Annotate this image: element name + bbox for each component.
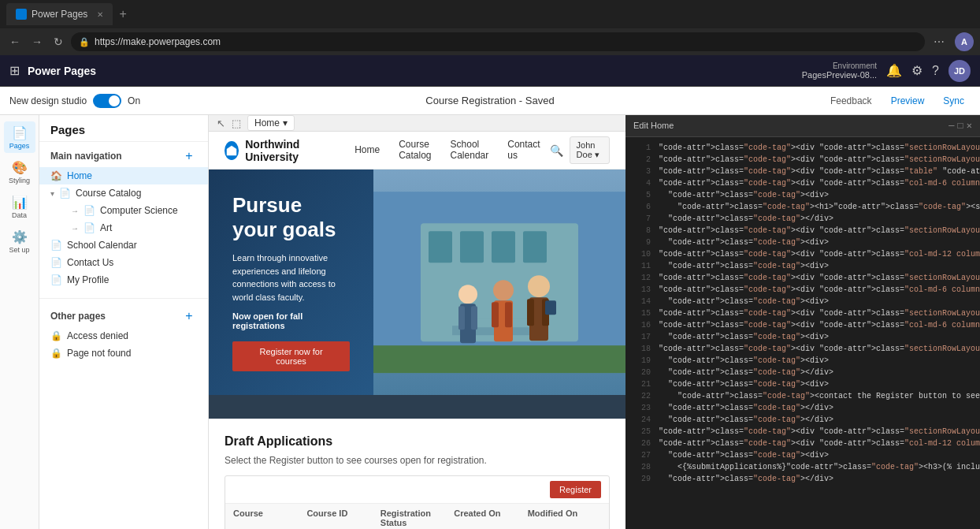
design-studio-toggle[interactable] bbox=[93, 94, 121, 108]
cs-arrow: → bbox=[71, 207, 79, 215]
extensions-button[interactable]: ⋯ bbox=[930, 32, 948, 51]
cursor-tool-icon[interactable]: ↖ bbox=[217, 117, 225, 129]
svg-rect-11 bbox=[458, 306, 465, 330]
code-line: 6 "code-attr">class="code-tag"><h1>"code… bbox=[625, 201, 980, 213]
hero-image bbox=[373, 170, 625, 395]
browser-profile[interactable]: A bbox=[955, 32, 974, 51]
site-search-icon[interactable]: 🔍 bbox=[550, 144, 563, 157]
site-nav-calendar[interactable]: School Calendar bbox=[441, 132, 499, 170]
line-number: 4 bbox=[632, 177, 651, 189]
line-number: 26 bbox=[632, 438, 651, 449]
nav-item-art[interactable]: → 📄 Art bbox=[39, 219, 208, 237]
svg-rect-15 bbox=[492, 302, 499, 327]
feedback-button[interactable]: Feedback bbox=[824, 92, 878, 110]
forward-button[interactable]: → bbox=[28, 34, 46, 50]
line-number: 2 bbox=[632, 154, 651, 166]
refresh-button[interactable]: ↻ bbox=[50, 34, 66, 50]
code-line: 10"code-attr">class="code-tag"><div "cod… bbox=[625, 248, 980, 260]
nav-item-school-calendar[interactable]: 📄 School Calendar bbox=[39, 237, 208, 254]
add-other-pages-button[interactable]: + bbox=[181, 308, 197, 324]
nav-item-contact-us[interactable]: 📄 Contact Us bbox=[39, 254, 208, 271]
settings-icon[interactable]: ⚙ bbox=[911, 63, 922, 78]
art-label: Art bbox=[100, 222, 112, 233]
site-nav-home[interactable]: Home bbox=[345, 132, 389, 170]
nav-item-page-not-found[interactable]: 🔒 Page not found bbox=[39, 345, 208, 362]
preview-button[interactable]: Preview bbox=[885, 92, 931, 110]
contact-icon: 📄 bbox=[50, 257, 62, 268]
lock-icon: 🔒 bbox=[79, 37, 90, 47]
line-content: "code-attr">class="code-tag"><div "code-… bbox=[659, 166, 980, 177]
line-number: 3 bbox=[632, 166, 651, 177]
site-nav-links: Home Course Catalog School Calendar Cont… bbox=[345, 132, 549, 170]
site-user-button[interactable]: John Doe ▾ bbox=[570, 136, 610, 164]
table-columns-header: Course Course ID Registration Status Cre… bbox=[225, 504, 609, 529]
code-line: 12"code-attr">class="code-tag"><div "cod… bbox=[625, 272, 980, 284]
browser-tab[interactable]: Power Pages ✕ bbox=[6, 3, 113, 25]
main-toolbar: New design studio On Course Registration… bbox=[0, 87, 980, 115]
site-nav-contact[interactable]: Contact us bbox=[498, 132, 549, 170]
tab-close-button[interactable]: ✕ bbox=[97, 10, 103, 19]
sidebar-item-setup[interactable]: ⚙️ Set up bbox=[4, 225, 35, 257]
home-label: Home bbox=[67, 170, 92, 181]
code-content: 1"code-attr">class="code-tag"><div "code… bbox=[625, 137, 980, 529]
col-registration-status: Registration Status bbox=[380, 509, 454, 527]
code-panel-close[interactable]: ✕ bbox=[967, 119, 972, 133]
preview-browser-bar: ↖ ⬚ Home ▾ bbox=[209, 115, 625, 132]
code-line: 14 "code-attr">class="code-tag"><div> bbox=[625, 296, 980, 307]
sidebar-item-pages[interactable]: 📄 Pages bbox=[4, 121, 35, 153]
line-content: "code-attr">class="code-tag"><div> bbox=[659, 378, 829, 390]
hero-cta-button[interactable]: Register now for courses bbox=[232, 341, 350, 371]
nav-item-home[interactable]: 🏠 Home bbox=[39, 167, 208, 184]
nav-item-my-profile[interactable]: 📄 My Profile bbox=[39, 271, 208, 289]
code-panel-maximize[interactable]: □ bbox=[958, 119, 963, 133]
code-line: 27 "code-attr">class="code-tag"><div> bbox=[625, 449, 980, 461]
help-icon[interactable]: ? bbox=[932, 64, 939, 78]
pages-label: Pages bbox=[9, 142, 30, 150]
app-name: Power Pages bbox=[28, 65, 96, 77]
site-nav-catalog[interactable]: Course Catalog bbox=[389, 132, 440, 170]
register-button[interactable]: Register bbox=[550, 481, 601, 498]
page-selector-dropdown[interactable]: Home ▾ bbox=[247, 115, 295, 131]
new-tab-button[interactable]: + bbox=[119, 7, 126, 21]
page-not-found-icon: 🔒 bbox=[50, 348, 62, 359]
code-line: 4"code-attr">class="code-tag"><div "code… bbox=[625, 177, 980, 189]
code-line: 8"code-attr">class="code-tag"><div "code… bbox=[625, 225, 980, 237]
cs-label: Computer Science bbox=[100, 205, 178, 216]
nav-item-access-denied[interactable]: 🔒 Access denied bbox=[39, 327, 208, 345]
line-content: "code-attr">class="code-tag"><div "code-… bbox=[659, 319, 980, 331]
toolbar-left: New design studio On bbox=[9, 94, 818, 108]
back-button[interactable]: ← bbox=[6, 34, 24, 50]
main-nav-tree: 🏠 Home ▾ 📄 Course Catalog → 📄 Computer S… bbox=[39, 167, 208, 295]
draft-table-header: Register bbox=[225, 476, 609, 504]
data-icon: 📊 bbox=[12, 195, 28, 210]
component-tool-icon[interactable]: ⬚ bbox=[232, 117, 241, 129]
line-number: 9 bbox=[632, 237, 651, 248]
sidebar-item-styling[interactable]: 🎨 Styling bbox=[4, 156, 35, 188]
left-sidebar: 📄 Pages 🎨 Styling 📊 Data ⚙️ Set up bbox=[0, 115, 39, 529]
address-box[interactable]: 🔒 https://make.powerpages.com bbox=[71, 32, 925, 51]
code-panel-minimize[interactable]: — bbox=[948, 119, 954, 133]
draft-applications-section: Draft Applications Select the Register b… bbox=[209, 419, 625, 529]
contact-label: Contact Us bbox=[67, 257, 113, 268]
add-main-nav-button[interactable]: + bbox=[181, 148, 197, 164]
line-number: 18 bbox=[632, 343, 651, 355]
nav-item-computer-science[interactable]: → 📄 Computer Science bbox=[39, 202, 208, 219]
line-number: 20 bbox=[632, 367, 651, 378]
waffle-menu-icon[interactable]: ⊞ bbox=[9, 63, 20, 78]
svg-rect-6 bbox=[523, 231, 547, 263]
nav-item-course-catalog[interactable]: ▾ 📄 Course Catalog bbox=[39, 184, 208, 202]
sync-button[interactable]: Sync bbox=[937, 92, 971, 110]
env-label: Environment bbox=[833, 61, 877, 70]
line-content: "code-attr">class="code-tag"><div "code-… bbox=[659, 438, 980, 449]
line-content: "code-attr">class="code-tag"></div> bbox=[659, 414, 833, 426]
notifications-icon[interactable]: 🔔 bbox=[886, 63, 902, 78]
user-profile-button[interactable]: JD bbox=[948, 60, 971, 82]
code-line: 18"code-attr">class="code-tag"><div "cod… bbox=[625, 343, 980, 355]
hero-description: Learn through innovative experiences and… bbox=[232, 251, 350, 304]
setup-label: Set up bbox=[9, 246, 29, 254]
sidebar-item-data[interactable]: 📊 Data bbox=[4, 191, 35, 222]
svg-point-9 bbox=[458, 285, 477, 304]
code-line: 7 "code-attr">class="code-tag"></div> bbox=[625, 213, 980, 225]
col-course: Course bbox=[233, 509, 306, 527]
line-number: 25 bbox=[632, 426, 651, 438]
